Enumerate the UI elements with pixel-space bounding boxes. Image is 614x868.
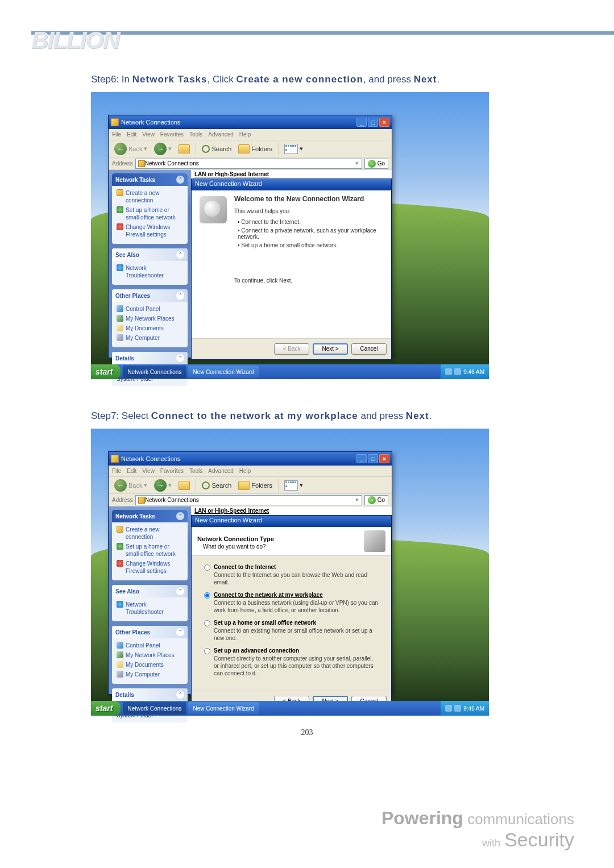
address-dropdown-icon[interactable]: ▼ bbox=[355, 497, 359, 502]
minimize-button[interactable]: _ bbox=[356, 454, 367, 463]
up-button[interactable] bbox=[176, 143, 192, 155]
menu-advanced[interactable]: Advanced bbox=[208, 131, 233, 138]
step6-kw2: Create a new connection bbox=[237, 74, 363, 85]
link-my-computer[interactable]: My Computer bbox=[117, 671, 183, 678]
up-button[interactable] bbox=[176, 480, 192, 491]
folders-button[interactable]: Folders bbox=[236, 480, 275, 491]
back-button[interactable]: ←Back ▾ bbox=[112, 478, 150, 493]
views-button[interactable]: ▾ bbox=[282, 143, 305, 155]
wizard-titlebar[interactable]: New Connection Wizard bbox=[192, 516, 391, 527]
firewall-icon bbox=[117, 560, 123, 567]
option-home-network[interactable]: Set up a home or small office network Co… bbox=[204, 620, 379, 642]
menu-view[interactable]: View bbox=[142, 468, 155, 474]
other-places-header[interactable]: Other Places⌃ bbox=[112, 289, 188, 302]
maximize-button[interactable]: □ bbox=[368, 118, 378, 127]
network-tasks-header[interactable]: Network Tasks⌃ bbox=[112, 510, 188, 522]
category-link[interactable]: LAN or High-Speed Internet bbox=[194, 508, 269, 514]
search-label: Search bbox=[211, 146, 231, 152]
titlebar[interactable]: Network Connections _ □ × bbox=[109, 452, 392, 466]
radio-home-net[interactable] bbox=[204, 620, 210, 626]
titlebar[interactable]: Network Connections _ □ × bbox=[109, 115, 392, 129]
menu-help[interactable]: Help bbox=[239, 131, 251, 138]
system-tray[interactable]: 9:46 AM bbox=[441, 701, 489, 716]
go-button[interactable]: →Go bbox=[364, 159, 388, 169]
up-icon bbox=[179, 481, 190, 490]
address-dropdown-icon[interactable]: ▼ bbox=[355, 161, 359, 166]
link-firewall-settings[interactable]: Change Windows Firewall settings bbox=[117, 560, 183, 575]
taskbar-tab-network-connections[interactable]: Network Connections bbox=[123, 702, 186, 715]
menu-edit[interactable]: Edit bbox=[127, 468, 136, 474]
menu-help[interactable]: Help bbox=[239, 468, 251, 474]
search-button[interactable]: Search bbox=[200, 480, 234, 491]
views-button[interactable]: ▾ bbox=[282, 479, 305, 492]
link-setup-home-network[interactable]: Set up a home or small office network bbox=[117, 543, 183, 558]
link-control-panel[interactable]: Control Panel bbox=[117, 642, 183, 649]
details-header[interactable]: Details⌃ bbox=[112, 688, 188, 701]
close-button[interactable]: × bbox=[379, 118, 389, 127]
taskbar-tab-network-connections[interactable]: Network Connections bbox=[123, 366, 186, 378]
link-firewall-settings[interactable]: Change Windows Firewall settings bbox=[117, 223, 183, 238]
option-connect-workplace[interactable]: Connect to the network at my workplace C… bbox=[204, 592, 379, 614]
forward-button[interactable]: → ▾ bbox=[152, 478, 174, 493]
option-connect-internet[interactable]: Connect to the Internet Connect to the I… bbox=[204, 564, 379, 586]
wizard-next-button[interactable]: Next > bbox=[313, 343, 348, 355]
menu-favorites[interactable]: Favorites bbox=[160, 131, 184, 138]
link-md-label: My Documents bbox=[126, 325, 164, 332]
link-fw-label: Change Windows Firewall settings bbox=[126, 560, 183, 575]
link-my-network-places[interactable]: My Network Places bbox=[117, 651, 183, 659]
search-button[interactable]: Search bbox=[200, 144, 234, 154]
address-field[interactable]: Network Connections ▼ bbox=[135, 159, 362, 169]
menu-view[interactable]: View bbox=[142, 131, 155, 138]
go-button[interactable]: →Go bbox=[364, 495, 388, 505]
link-troubleshooter[interactable]: Network Troubleshooter bbox=[117, 264, 183, 279]
network-tasks-header[interactable]: Network Tasks⌃ bbox=[112, 173, 188, 186]
menu-file[interactable]: File bbox=[112, 468, 121, 474]
close-button[interactable]: × bbox=[379, 454, 389, 463]
option-advanced[interactable]: Set up an advanced connection Connect di… bbox=[204, 647, 379, 677]
category-link[interactable]: LAN or High-Speed Internet bbox=[194, 171, 269, 177]
radio-internet[interactable] bbox=[204, 564, 210, 571]
menu-file[interactable]: File bbox=[112, 131, 121, 138]
link-my-computer[interactable]: My Computer bbox=[117, 334, 183, 342]
window-network-connections: Network Connections _ □ × File Edit View… bbox=[108, 451, 392, 695]
back-button[interactable]: ←Back ▾ bbox=[112, 142, 150, 156]
maximize-button[interactable]: □ bbox=[368, 454, 378, 463]
menubar: File Edit View Favorites Tools Advanced … bbox=[109, 129, 392, 140]
menu-favorites[interactable]: Favorites bbox=[160, 468, 184, 474]
wizard-cancel-button[interactable]: Cancel bbox=[351, 343, 387, 355]
other-places-header[interactable]: Other Places⌃ bbox=[112, 626, 188, 638]
link-create-new-connection[interactable]: Create a new connection bbox=[117, 526, 183, 541]
details-title: Details bbox=[115, 355, 134, 362]
link-my-documents[interactable]: My Documents bbox=[117, 661, 183, 668]
minimize-button[interactable]: _ bbox=[356, 118, 367, 127]
link-my-documents[interactable]: My Documents bbox=[117, 325, 183, 332]
window-title: Network Connections bbox=[119, 455, 356, 462]
menu-tools[interactable]: Tools bbox=[189, 468, 202, 474]
taskbar-tab-new-connection-wizard[interactable]: New Connection Wizard bbox=[188, 702, 258, 715]
link-my-network-places[interactable]: My Network Places bbox=[117, 315, 183, 322]
system-tray[interactable]: 9:46 AM bbox=[441, 364, 489, 379]
address-field[interactable]: Network Connections ▼ bbox=[135, 495, 362, 505]
taskbar-tab-new-connection-wizard[interactable]: New Connection Wizard bbox=[188, 366, 258, 378]
menu-advanced[interactable]: Advanced bbox=[208, 468, 233, 474]
link-create-new-connection[interactable]: Create a new connection bbox=[117, 189, 183, 204]
link-control-panel[interactable]: Control Panel bbox=[117, 305, 183, 313]
radio-workplace[interactable] bbox=[204, 592, 210, 599]
details-header[interactable]: Details⌃ bbox=[112, 352, 188, 364]
link-setup-home-network[interactable]: Set up a home or small office network bbox=[117, 206, 183, 221]
start-button[interactable]: start bbox=[91, 364, 121, 379]
start-button[interactable]: start bbox=[91, 701, 121, 716]
menu-edit[interactable]: Edit bbox=[127, 131, 136, 138]
forward-button[interactable]: → ▾ bbox=[152, 142, 174, 156]
radio-advanced[interactable] bbox=[204, 648, 210, 654]
see-also-header[interactable]: See Also⌃ bbox=[112, 585, 188, 597]
content-area: Network Tasks⌃ Create a new connection S… bbox=[109, 506, 392, 694]
wizard-bullets: Connect to the Internet. Connect to a pr… bbox=[234, 219, 383, 248]
footer-with: with bbox=[482, 837, 500, 849]
link-troubleshooter[interactable]: Network Troubleshooter bbox=[117, 601, 183, 616]
menu-tools[interactable]: Tools bbox=[189, 131, 202, 138]
wizard-titlebar[interactable]: New Connection Wizard bbox=[192, 179, 391, 190]
see-also-header[interactable]: See Also⌃ bbox=[112, 248, 188, 261]
folders-button[interactable]: Folders bbox=[236, 143, 275, 155]
collapse-icon: ⌃ bbox=[176, 292, 184, 300]
